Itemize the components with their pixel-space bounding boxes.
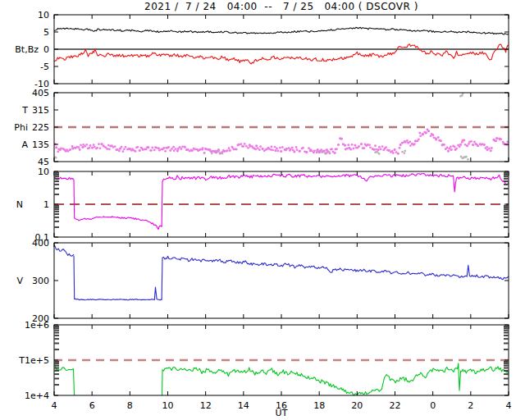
panel-label-bt-bz: Bt,Bz: [15, 44, 39, 55]
panel-label-t: T: [18, 355, 25, 366]
y-tick-label: 300: [32, 276, 49, 286]
panel-v-frame: [54, 243, 509, 318]
plot-canvas: 1050-5-10Bt,Bz40531522513545TPhiA1010.1N…: [0, 0, 525, 420]
panel-v: 400300200V: [16, 238, 509, 324]
panel-n-series: [54, 174, 509, 230]
y-tick-label: 1e+4: [25, 390, 49, 401]
y-tick-label: 1: [43, 199, 49, 210]
panel-label-v: V: [16, 276, 23, 286]
series-v: [54, 246, 509, 300]
y-tick-label: 1e+6: [25, 320, 49, 331]
y-tick-label: 0: [43, 44, 49, 55]
series-t: [54, 360, 509, 395]
panel-label-phi: Phi: [14, 122, 28, 133]
panel-v-series: [54, 246, 509, 300]
plot-title: 2021 / 7 / 24 04:00 -- 7 / 25 04:00 ( DS…: [54, 1, 509, 12]
x-axis-label: UT: [54, 408, 509, 418]
series-n: [54, 174, 509, 230]
y-tick-label: 315: [32, 105, 49, 116]
panel-n: 1010.1N: [16, 167, 509, 243]
panel-label-phi: A: [21, 139, 28, 150]
panel-bt-bz-series: [54, 27, 509, 63]
y-tick-label: 400: [32, 238, 49, 249]
y-tick-label: 10: [38, 10, 49, 21]
y-tick-label: 10: [38, 167, 49, 177]
y-tick-label: 225: [32, 122, 49, 133]
panel-phi: 40531522513545TPhiA: [14, 88, 509, 167]
series-bt: [54, 27, 509, 34]
panel-label-phi: T: [21, 105, 28, 116]
y-tick-label: -5: [40, 62, 49, 72]
y-tick-label: 5: [43, 27, 49, 38]
y-axis-v: 400300200: [32, 238, 509, 324]
panel-t: 1e+61e+51e+4T: [18, 320, 509, 401]
y-tick-label: 405: [32, 88, 49, 98]
series-bz: [54, 44, 509, 64]
y-tick-label: 135: [32, 139, 49, 150]
dscovr-solar-wind-plot: 1050-5-10Bt,Bz40531522513545TPhiA1010.1N…: [0, 0, 525, 420]
panel-label-n: N: [16, 199, 23, 210]
panel-t-series: [54, 360, 509, 395]
series-phi: [53, 129, 509, 155]
y-tick-label: 1e+5: [25, 355, 49, 366]
panel-bt-bz: 1050-5-10Bt,Bz: [15, 10, 509, 89]
